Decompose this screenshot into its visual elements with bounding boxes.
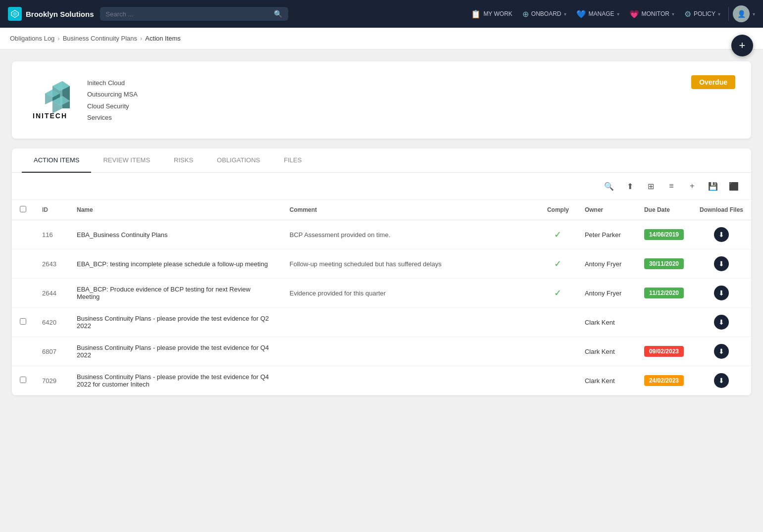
brand-icon [8, 7, 22, 21]
tab-obligations[interactable]: OBLIGATIONS [205, 148, 272, 173]
nav-policy[interactable]: ⚙ POLICY ▾ [680, 6, 724, 22]
company-logo-svg: INITECH [30, 78, 75, 122]
table-row: 6420Business Continuity Plans - please p… [12, 308, 751, 337]
nav-policy-label: POLICY [694, 10, 715, 17]
breadcrumb-obligations[interactable]: Obligations Log [10, 35, 54, 42]
toolbar-upload-btn[interactable]: ⬆ [622, 179, 637, 193]
search-input[interactable] [106, 10, 270, 18]
row-due-date: 09/02/2023 [636, 337, 692, 366]
row-comply [539, 366, 577, 395]
col-due-date: Due Date [636, 200, 692, 220]
due-date-badge: 11/12/2020 [644, 288, 684, 298]
top-navigation: Brooklyn Solutions 🔍 📋 MY WORK ⊕ ONBOARD… [0, 0, 763, 28]
service-3: Cloud Security [87, 100, 138, 112]
search-bar[interactable]: 🔍 [100, 7, 288, 21]
row-due-date [636, 308, 692, 337]
user-avatar[interactable]: 👤 [733, 5, 750, 22]
row-id: 6420 [34, 308, 69, 337]
search-icon[interactable]: 🔍 [274, 10, 282, 18]
svg-text:INITECH: INITECH [33, 112, 67, 120]
row-id: 2644 [34, 279, 69, 308]
toolbar-filter-btn[interactable]: ≡ [664, 179, 679, 193]
row-comment: BCP Assessment provided on time. [282, 220, 539, 249]
col-id: ID [34, 200, 69, 220]
service-1: Initech Cloud [87, 77, 138, 89]
breadcrumb-sep-1: › [57, 35, 59, 42]
col-comment: Comment [282, 200, 539, 220]
main-content: INITECH Initech Cloud Outsourcing MSA Cl… [0, 49, 763, 407]
tab-files[interactable]: FILES [272, 148, 313, 173]
row-due-date: 11/12/2020 [636, 279, 692, 308]
row-checkbox-cell [12, 337, 34, 366]
nav-right: 📋 MY WORK ⊕ ONBOARD ▾ 💙 MANAGE ▾ 💗 MONIT… [467, 5, 755, 22]
brand-logo[interactable]: Brooklyn Solutions [8, 7, 94, 21]
company-info: INITECH Initech Cloud Outsourcing MSA Cl… [28, 75, 138, 125]
nav-my-work-label: MY WORK [483, 10, 512, 17]
row-comment [282, 366, 539, 395]
toolbar-search-btn[interactable]: 🔍 [602, 179, 616, 193]
toolbar-save-btn[interactable]: 💾 [706, 179, 720, 193]
table-toolbar: 🔍 ⬆ ⊞ ≡ + 💾 ⬛ [12, 173, 751, 200]
comply-check-icon: ✓ [554, 230, 561, 240]
col-comply: Comply [539, 200, 577, 220]
row-checkbox[interactable] [20, 377, 26, 383]
tab-action-items[interactable]: ACTION ITEMS [22, 148, 91, 173]
download-button[interactable]: ⬇ [714, 373, 729, 388]
due-date-badge: 09/02/2023 [644, 346, 684, 357]
download-button[interactable]: ⬇ [714, 227, 729, 242]
comply-check-icon: ✓ [554, 288, 561, 298]
select-all-checkbox[interactable] [20, 206, 26, 212]
row-id: 2643 [34, 249, 69, 279]
row-download: ⬇ [692, 308, 751, 337]
row-comply [539, 337, 577, 366]
row-owner: Clark Kent [577, 337, 636, 366]
breadcrumb-bcp[interactable]: Business Continuity Plans [63, 35, 137, 42]
nav-onboard[interactable]: ⊕ ONBOARD ▾ [518, 6, 570, 22]
toolbar-add-btn[interactable]: + [685, 179, 700, 193]
nav-manage-label: MANAGE [589, 10, 614, 17]
row-comply: ✓ [539, 249, 577, 279]
tab-review-items[interactable]: REVIEW ITEMS [91, 148, 162, 173]
tabs-container: ACTION ITEMS REVIEW ITEMS RISKS OBLIGATI… [12, 148, 751, 395]
nav-my-work[interactable]: 📋 MY WORK [467, 6, 516, 22]
row-name: EBA_BCP: testing incomplete please sched… [69, 249, 282, 279]
due-date-badge: 30/11/2020 [644, 258, 684, 269]
table-row: 6807Business Continuity Plans - please p… [12, 337, 751, 366]
tab-risks[interactable]: RISKS [162, 148, 205, 173]
table-row: 2644EBA_BCP: Produce evidence of BCP tes… [12, 279, 751, 308]
download-button[interactable]: ⬇ [714, 344, 729, 359]
nav-monitor[interactable]: 💗 MONITOR ▾ [625, 6, 678, 22]
nav-onboard-label: ONBOARD [531, 10, 561, 17]
policy-icon: ⚙ [684, 9, 691, 19]
row-owner: Clark Kent [577, 366, 636, 395]
download-button[interactable]: ⬇ [714, 315, 729, 330]
overdue-badge: Overdue [691, 75, 735, 89]
row-id: 6807 [34, 337, 69, 366]
toolbar-screenshot-btn[interactable]: ⬛ [726, 179, 741, 193]
toolbar-grid-btn[interactable]: ⊞ [643, 179, 658, 193]
row-comment: Follow-up meeting scheduled but has suff… [282, 249, 539, 279]
breadcrumb: Obligations Log › Business Continuity Pl… [0, 28, 763, 49]
table-row: 116EBA_Business Continuity PlansBCP Asse… [12, 220, 751, 249]
fab-add-button[interactable]: + [731, 35, 753, 56]
row-checkbox[interactable] [20, 318, 26, 325]
row-checkbox-cell [12, 220, 34, 249]
col-checkbox [12, 200, 34, 220]
row-name: Business Continuity Plans - please provi… [69, 366, 282, 395]
row-comment [282, 308, 539, 337]
row-comply: ✓ [539, 220, 577, 249]
row-owner: Clark Kent [577, 308, 636, 337]
nav-monitor-label: MONITOR [642, 10, 669, 17]
onboard-icon: ⊕ [522, 9, 529, 19]
row-download: ⬇ [692, 279, 751, 308]
row-checkbox-cell [12, 249, 34, 279]
row-download: ⬇ [692, 337, 751, 366]
download-button[interactable]: ⬇ [714, 256, 729, 271]
fab-icon: + [739, 39, 746, 52]
policy-chevron: ▾ [718, 11, 720, 17]
monitor-chevron: ▾ [672, 11, 674, 17]
row-due-date: 30/11/2020 [636, 249, 692, 279]
row-comply [539, 308, 577, 337]
download-button[interactable]: ⬇ [714, 286, 729, 300]
nav-manage[interactable]: 💙 MANAGE ▾ [572, 6, 623, 22]
